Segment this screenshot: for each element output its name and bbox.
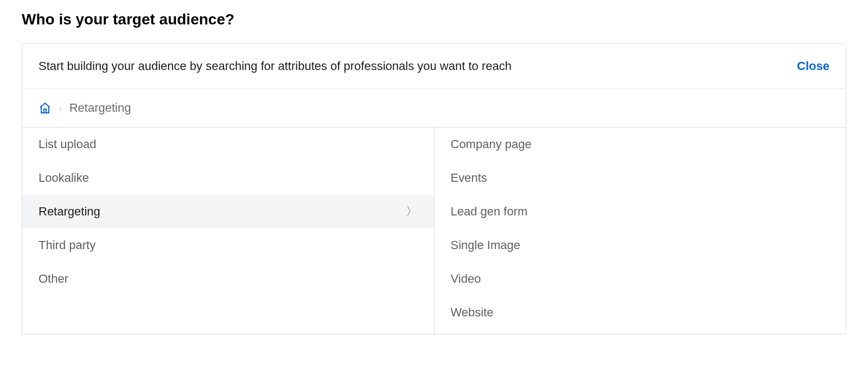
submenu-item-single-image[interactable]: Single Image — [435, 228, 846, 262]
menu-item-label: Company page — [451, 137, 532, 151]
subcategory-menu: Company page Events Lead gen form Single… — [435, 128, 846, 334]
submenu-item-video[interactable]: Video — [435, 262, 846, 296]
home-icon[interactable] — [39, 101, 52, 114]
menu-item-label: Third party — [39, 238, 95, 252]
panel-header: Start building your audience by searchin… — [22, 44, 846, 89]
close-button[interactable]: Close — [797, 59, 829, 73]
chevron-right-icon: 〉 — [406, 206, 418, 218]
page-title: Who is your target audience? — [22, 11, 846, 28]
menu-item-retargeting[interactable]: Retargeting 〉 — [22, 195, 434, 228]
menu-item-list-upload[interactable]: List upload — [22, 128, 434, 161]
menu-item-label: Video — [451, 272, 481, 286]
breadcrumb: › Retargeting — [22, 89, 846, 128]
chevron-right-icon: › — [59, 104, 62, 112]
panel-header-text: Start building your audience by searchin… — [39, 59, 512, 73]
menu-item-label: Other — [39, 272, 68, 286]
submenu-item-company-page[interactable]: Company page — [435, 128, 846, 161]
menu-item-label: List upload — [39, 137, 96, 151]
menu-item-label: Lead gen form — [451, 205, 528, 219]
menu-item-label: Website — [451, 306, 494, 320]
menu-item-other[interactable]: Other — [22, 262, 434, 296]
menu-item-label: Retargeting — [39, 205, 100, 219]
submenu-item-lead-gen-form[interactable]: Lead gen form — [435, 195, 846, 228]
category-menu: List upload Lookalike Retargeting 〉 Thir… — [22, 128, 435, 334]
menu-item-label: Single Image — [451, 238, 520, 252]
submenu-item-website[interactable]: Website — [435, 296, 846, 329]
menu-item-third-party[interactable]: Third party — [22, 228, 434, 262]
menu-columns: List upload Lookalike Retargeting 〉 Thir… — [22, 128, 846, 334]
menu-item-lookalike[interactable]: Lookalike — [22, 161, 434, 195]
audience-panel: Start building your audience by searchin… — [22, 43, 846, 334]
menu-item-label: Lookalike — [39, 171, 89, 185]
breadcrumb-current: Retargeting — [69, 101, 131, 115]
submenu-item-events[interactable]: Events — [435, 161, 846, 195]
menu-item-label: Events — [451, 171, 487, 185]
